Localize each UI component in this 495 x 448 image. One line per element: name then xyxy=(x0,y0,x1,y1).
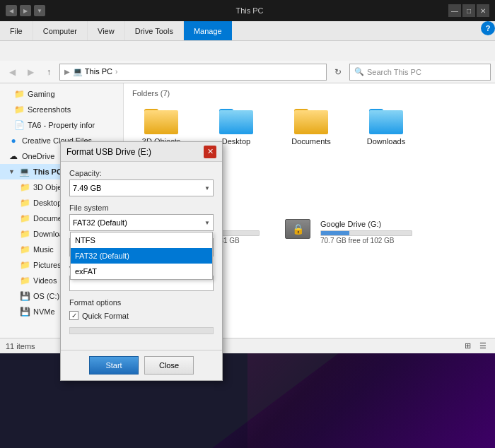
view-controls: ⊞ ☰ xyxy=(461,340,489,353)
drive-bar-background-2 xyxy=(320,230,412,236)
dialog-body: Capacity: 7.49 GB ▼ File system FAT32 (D… xyxy=(61,162,222,350)
quick-format-label: Quick Format xyxy=(82,312,129,320)
help-button[interactable]: ? xyxy=(481,21,495,35)
folder-item-downloads[interactable]: Downloads xyxy=(354,103,418,148)
folder-icon: 📁 xyxy=(20,229,30,239)
search-box[interactable]: 🔍 Search This PC xyxy=(349,64,491,81)
folder-body xyxy=(219,110,253,134)
minimize-button[interactable]: — xyxy=(448,4,461,17)
address-bar: ◀ ▶ ↑ ▶ 💻 This PC › ↻ 🔍 Search This PC xyxy=(0,61,495,83)
tab-view[interactable]: View xyxy=(88,21,125,40)
title-bar-icons: ◀ ▶ ▼ xyxy=(6,5,45,16)
ribbon-content xyxy=(0,41,495,61)
quick-access-icon2[interactable]: ▶ xyxy=(20,5,31,16)
option-ntfs[interactable]: NTFS xyxy=(71,232,212,248)
computer-icon-small: 💻 xyxy=(73,67,83,76)
maximize-button[interactable]: □ xyxy=(462,4,475,17)
folder-image xyxy=(294,106,328,134)
folder-image-special xyxy=(219,106,253,134)
drive-item-google[interactable]: Google Drive (G:) 70.7 GB free of 102 GB xyxy=(282,216,424,247)
option-exfat[interactable]: exFAT xyxy=(71,264,212,279)
sidebar-item-ta6[interactable]: 📄 TA6 - Property infor xyxy=(0,117,123,133)
folder-icon: 📁 xyxy=(20,244,30,254)
folder-body xyxy=(294,110,328,134)
up-button[interactable]: ↑ xyxy=(41,64,57,80)
folder-icon: 📁 xyxy=(20,182,30,192)
option-fat32[interactable]: FAT32 (Default) xyxy=(71,248,212,264)
dialog-footer: Start Close xyxy=(61,350,222,380)
tab-file[interactable]: File xyxy=(0,21,33,40)
title-bar-controls: — □ ✕ xyxy=(448,4,489,17)
close-window-button[interactable]: ✕ xyxy=(477,4,489,17)
folder-icon: 📁 xyxy=(14,105,24,114)
address-path[interactable]: 💻 This PC xyxy=(73,67,112,76)
folder-body xyxy=(369,110,403,134)
folder-icon: 📁 xyxy=(20,198,30,208)
drive-info-2: Google Drive (G:) 70.7 GB free of 102 GB xyxy=(320,220,421,244)
folder-icon: 📁 xyxy=(20,260,30,270)
filesystem-label: File system xyxy=(69,204,214,212)
drive-bar-fill-2 xyxy=(321,231,349,235)
capacity-dropdown[interactable]: 7.49 GB ▼ xyxy=(69,179,214,196)
window-title: This PC xyxy=(54,6,446,15)
close-button[interactable]: Close xyxy=(144,356,194,375)
title-bar: ◀ ▶ ▼ This PC — □ ✕ xyxy=(0,0,495,21)
capacity-label: Capacity: xyxy=(69,169,214,177)
folder-label: Desktop xyxy=(222,137,250,146)
drive-icon-wrap-2 xyxy=(285,219,313,244)
folder-icon: 📁 xyxy=(14,89,24,99)
tab-computer[interactable]: Computer xyxy=(33,21,88,40)
dialog-title: Format USB Drive (E:) xyxy=(66,147,151,157)
drive-label-2: Google Drive (G:) xyxy=(320,220,421,228)
dialog-close-button[interactable]: ✕ xyxy=(204,146,216,158)
refresh-button[interactable]: ↻ xyxy=(330,64,346,81)
item-count: 11 items xyxy=(6,342,35,350)
search-icon: 🔍 xyxy=(354,67,364,76)
dialog-title-bar: Format USB Drive (E:) ✕ xyxy=(61,142,222,162)
folder-icon: 📁 xyxy=(20,213,30,223)
tab-drive-tools[interactable]: Drive Tools xyxy=(125,21,184,40)
filesystem-dropdown-menu: NTFS FAT32 (Default) exFAT xyxy=(70,232,213,280)
computer-icon: 💻 xyxy=(20,167,30,177)
expand-arrow: ▼ xyxy=(8,168,15,175)
forward-button[interactable]: ▶ xyxy=(23,64,38,80)
back-button[interactable]: ◀ xyxy=(4,64,20,80)
ribbon-tabs: File Computer View Drive Tools Manage ? xyxy=(0,21,495,41)
sidebar-item-gaming[interactable]: 📁 Gaming xyxy=(0,86,123,102)
folder-image xyxy=(144,106,178,134)
quick-access-icon3[interactable]: ▼ xyxy=(34,5,45,16)
drive-size-2: 70.7 GB free of 102 GB xyxy=(320,237,421,244)
filesystem-dropdown[interactable]: FAT32 (Default) ▼ NTFS FAT32 (Default) e… xyxy=(69,214,214,231)
quick-format-row: ✓ Quick Format xyxy=(69,311,214,320)
quick-access-icon[interactable]: ◀ xyxy=(6,5,17,16)
grid-view-button[interactable]: ⊞ xyxy=(461,340,474,353)
progress-bar xyxy=(69,327,214,334)
drive-icon-2: 💾 xyxy=(20,307,30,317)
creative-cloud-icon: ● xyxy=(8,136,18,146)
folder-image-special xyxy=(369,106,403,134)
path-separator-icon: ▶ xyxy=(64,68,70,76)
capacity-value: 7.49 GB xyxy=(73,184,101,192)
sidebar-item-screenshots[interactable]: 📁 Screenshots xyxy=(0,102,123,117)
quick-format-checkbox[interactable]: ✓ xyxy=(69,311,78,320)
onedrive-icon: ☁ xyxy=(8,151,18,161)
format-options-title: Format options xyxy=(69,298,214,307)
folder-body xyxy=(144,110,178,134)
drive-icon: 💾 xyxy=(20,291,30,301)
tab-manage[interactable]: Manage xyxy=(184,21,232,40)
drive-icon xyxy=(285,219,310,239)
address-box[interactable]: ▶ 💻 This PC › xyxy=(59,64,327,81)
path-arrow: › xyxy=(115,68,117,76)
filesystem-arrow-icon: ▼ xyxy=(204,220,210,226)
folder-icon: 📁 xyxy=(20,276,30,285)
doc-icon: 📄 xyxy=(14,120,24,130)
folder-item-documents[interactable]: Documents xyxy=(279,103,343,148)
folder-label: Downloads xyxy=(367,137,405,146)
start-button[interactable]: Start xyxy=(89,356,139,375)
format-dialog: Format USB Drive (E:) ✕ Capacity: 7.49 G… xyxy=(60,141,223,381)
filesystem-selected-value: FAT32 (Default) xyxy=(73,218,127,227)
list-view-button[interactable]: ☰ xyxy=(477,340,489,353)
capacity-arrow-icon: ▼ xyxy=(204,185,210,191)
folder-label: Documents xyxy=(291,137,331,146)
folders-section-title: Folders (7) xyxy=(129,89,489,98)
